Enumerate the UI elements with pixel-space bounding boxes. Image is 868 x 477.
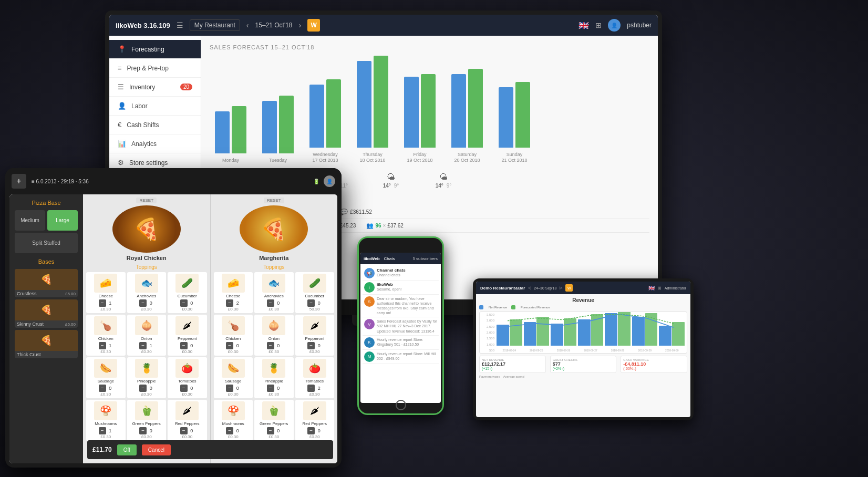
anchovies-minus-btn[interactable]: − xyxy=(139,299,147,307)
phone-chat-msg2[interactable]: V Sales Forecast adjusted by Vasily for … xyxy=(363,317,439,335)
base-thick[interactable]: 🍕 Thick Crust xyxy=(15,330,78,358)
sidebar-item-inventory[interactable]: ☰ Inventory 20 xyxy=(109,78,201,97)
mushrooms-minus-btn[interactable]: − xyxy=(99,427,106,434)
cheese-price: £0.30 xyxy=(88,307,124,312)
phone-chat-iiko[interactable]: i iikoWeb Sesame, open! xyxy=(363,281,439,295)
onion-minus-royal[interactable]: − xyxy=(139,342,147,349)
base-crustless[interactable]: 🍕 Crustless £5.00 xyxy=(15,269,78,297)
marg-onion-minus[interactable]: − xyxy=(267,342,274,349)
topping-royal-pepperoni[interactable]: 🌶 Pepperoni − 0 £0.30 xyxy=(168,315,207,356)
sidebar-item-prep[interactable]: ≡ Prep & Pre-top xyxy=(109,59,201,78)
pepperoni-minus-btn[interactable]: − xyxy=(180,342,188,349)
pizza-cancel-btn[interactable]: Cancel xyxy=(142,444,171,455)
marg-anchovies-minus[interactable]: − xyxy=(267,299,274,307)
mushrooms-count: 1 xyxy=(108,428,113,433)
topping-marg-redpeppers[interactable]: 🌶 Red Peppers − 0 £0.30 xyxy=(295,400,335,441)
sausage-img: 🌭 xyxy=(94,359,117,378)
sidebar-item-cash[interactable]: € Cash Shifts xyxy=(109,116,201,134)
topping-royal-cucumber[interactable]: 🥒 Cucumber − 0 £0.30 xyxy=(168,272,207,313)
rev-chart: 3,500 3,000 2,500 2,000 1,500 1,000 500 xyxy=(479,312,687,354)
topping-royal-pineapple[interactable]: 🍍 Pineapple − 0 £0.30 xyxy=(127,357,167,398)
restaurant-name[interactable]: My Restaurant xyxy=(190,19,240,31)
topping-marg-cucumber[interactable]: 🥒 Cucumber − 0 50.30 xyxy=(295,272,335,313)
toppings-grid-margherita: 🧀 Cheese − 2 £0.30 🐟 xyxy=(214,272,335,441)
topping-royal-cheese[interactable]: 🧀 Cheese − 1 £0.30 xyxy=(86,272,126,313)
grid-icon[interactable]: ⊞ xyxy=(595,21,602,29)
topping-marg-pineapple[interactable]: 🍍 Pineapple − 0 £0.30 xyxy=(254,357,294,398)
marg-sausage-minus[interactable]: − xyxy=(226,385,233,392)
topping-marg-mushrooms[interactable]: 🍄 Mushrooms − 0 £0.30 xyxy=(214,400,253,441)
marg-anchovies-img: 🐟 xyxy=(262,274,285,293)
topping-marg-onion[interactable]: 🧅 Onion − 0 £0.30 xyxy=(254,315,294,356)
reset-royal-btn[interactable]: RESET xyxy=(136,198,157,203)
marg-chicken-minus[interactable]: − xyxy=(226,342,233,349)
phone-chat-msg4[interactable]: M Hourly revenue report Store: Mill Hill… xyxy=(363,350,439,364)
pizza-off-btn[interactable]: Off xyxy=(117,444,137,455)
topping-marg-pepperoni[interactable]: 🌶 Pepperoni − 0 £0.30 xyxy=(295,315,335,356)
marg-pineapple-minus[interactable]: − xyxy=(267,385,274,392)
cheese-minus-btn[interactable]: − xyxy=(99,299,106,307)
greenpeppers-minus-btn[interactable]: − xyxy=(139,427,147,434)
stat-net-value: £12,172.17 xyxy=(482,361,543,367)
next-week-btn[interactable]: › xyxy=(299,21,302,29)
topping-royal-tomatoes[interactable]: 🍅 Tomatoes − 0 £0.30 xyxy=(168,357,207,398)
marg-cucumber-name: Cucumber xyxy=(297,294,333,298)
sidebar-item-labor[interactable]: 👤 Labor xyxy=(109,97,201,116)
topping-royal-sausage[interactable]: 🌭 Sausage − 0 £0.30 xyxy=(86,357,126,398)
phone-chat-channel[interactable]: 📢 Channel chats Channel chats xyxy=(363,266,439,281)
sidebar-item-analytics[interactable]: 📊 Analytics xyxy=(109,134,201,153)
marg-redpeppers-minus[interactable]: − xyxy=(307,427,315,434)
topping-marg-anchovies[interactable]: 🐟 Anchovies − 0 £0.30 xyxy=(254,272,294,313)
chicken-minus-btn[interactable]: − xyxy=(99,342,106,349)
tablet-battery-icon: 🔋 xyxy=(313,179,319,184)
sidebar-item-forecasting[interactable]: 📍 Forecasting xyxy=(109,40,201,59)
marg-greenpeppers-minus[interactable]: − xyxy=(267,427,274,434)
topping-royal-mushrooms[interactable]: 🍄 Mushrooms − 1 £0.30 xyxy=(86,400,126,441)
topping-marg-sausage[interactable]: 🌭 Sausage − 0 £0.30 xyxy=(214,357,253,398)
topping-royal-redpeppers[interactable]: 🌶 Red Peppers − 0 £0.30 xyxy=(168,400,207,441)
phone-home-btn[interactable] xyxy=(396,400,406,410)
topping-marg-greenpeppers[interactable]: 🫑 Green Peppers − 0 £0.30 xyxy=(254,400,294,441)
cucumber-minus-btn[interactable]: − xyxy=(180,299,188,307)
marg-tomatoes-minus[interactable]: − xyxy=(307,385,315,392)
tomatoes-minus-btn[interactable]: − xyxy=(180,385,188,392)
cucumber-count: 0 xyxy=(189,300,194,306)
topping-royal-greenpeppers[interactable]: 🫑 Green Peppers − 0 £0.30 xyxy=(127,400,167,441)
marg-pineapple-name: Pineapple xyxy=(256,379,292,383)
topping-marg-tomatoes[interactable]: 🍅 Tomatoes − 2 £0.30 xyxy=(295,357,335,398)
pineapple-minus-btn[interactable]: − xyxy=(139,385,147,392)
marg-cucumber-minus[interactable]: − xyxy=(307,299,315,307)
flag-icon: 🇬🇧 xyxy=(578,20,589,30)
topping-royal-anchovies[interactable]: 🐟 Anchovies − 0 £0.30 xyxy=(127,272,167,313)
size-medium-btn[interactable]: Medium xyxy=(15,210,45,231)
labor-icon: 👤 xyxy=(118,102,126,110)
prev-week-btn[interactable]: ‹ xyxy=(246,21,249,29)
redpeppers-minus-btn[interactable]: − xyxy=(180,427,188,434)
size-large-btn[interactable]: Large xyxy=(47,210,78,231)
tr-topbar: Demo Restaurant&Bar ◁ 24–30 Sep'18 ▷ W 🇬… xyxy=(476,282,690,294)
topping-royal-chicken[interactable]: 🍗 Chicken − 1 £0.30 xyxy=(86,315,126,356)
legend-net-label: Net Revenue xyxy=(489,306,507,309)
marg-mushrooms-minus[interactable]: − xyxy=(226,427,233,434)
new-order-btn[interactable]: + xyxy=(12,174,26,189)
sausage-minus-btn[interactable]: − xyxy=(99,385,106,392)
chicken-name: Chicken xyxy=(88,336,124,341)
marg-cheese-minus[interactable]: − xyxy=(226,299,233,307)
base-skinny[interactable]: 🍕 Skinny Crust £6.00 xyxy=(15,299,78,328)
topping-marg-cheese[interactable]: 🧀 Cheese − 2 £0.30 xyxy=(214,272,253,313)
marg-pepperoni-minus[interactable]: − xyxy=(307,342,315,349)
marg-greenpeppers-price: £0.30 xyxy=(256,434,292,439)
phone-chat-msg3[interactable]: K Hourly revenue report Store: Kingsbury… xyxy=(363,336,439,350)
pizza-total: £11.70 xyxy=(92,446,112,453)
topping-royal-onion[interactable]: 🧅 Onion − 1 £0.30 xyxy=(127,315,167,356)
phone-chat-msg1[interactable]: S Dear sir or madam, You have authorised… xyxy=(363,295,439,317)
reset-margherita-btn[interactable]: RESET xyxy=(264,198,284,203)
topbar: iikoWeb 3.16.109 ☰ My Restaurant ‹ 15–21… xyxy=(109,15,658,36)
size-split-btn[interactable]: Split Stuffed xyxy=(15,233,78,253)
pizza-img-royal: 🍕 xyxy=(112,205,181,253)
rev-forecast-2 xyxy=(536,317,549,346)
menu-icon[interactable]: ☰ xyxy=(177,21,183,29)
marg-tomatoes-count: 2 xyxy=(316,386,322,391)
bar-label-tuesday: Tuesday xyxy=(269,158,287,164)
topping-marg-chicken[interactable]: 🍗 Chicken − 0 £0.30 xyxy=(214,315,253,356)
